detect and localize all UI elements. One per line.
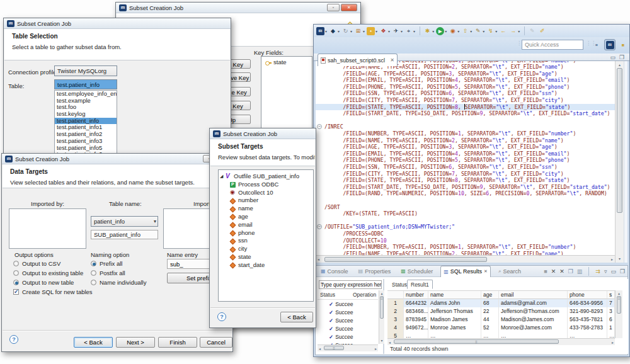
chevron-down-icon[interactable]: ▾ xyxy=(445,29,447,33)
new-project-icon[interactable]: ⊞ ▾ xyxy=(354,27,365,35)
tree-item[interactable]: start_date xyxy=(219,261,313,270)
maximize-panel-icon[interactable]: ❐ xyxy=(620,268,625,275)
chevron-down-icon[interactable]: ▾ xyxy=(363,29,365,33)
brush-icon[interactable]: ✎ ▾ xyxy=(474,27,484,35)
results-vertical-scrollbar[interactable]: ▴ ≡ xyxy=(615,290,622,338)
highlight-icon[interactable]: ✐ xyxy=(538,27,546,35)
column-header[interactable]: age xyxy=(481,291,499,299)
table-row[interactable]: 16644232Adams John68adams@gmail.com646-8… xyxy=(387,299,615,307)
remove-all-launches-icon[interactable]: ✕ xyxy=(559,268,564,275)
editor-window-controls[interactable]: ▭❐ xyxy=(610,54,624,60)
remove-launch-icon[interactable]: ✕ xyxy=(551,268,556,275)
wizard-button[interactable]: < Back xyxy=(74,337,113,348)
chevron-down-icon[interactable]: ▾ xyxy=(495,29,497,33)
chevron-down-icon[interactable]: ▾ xyxy=(325,29,327,33)
column-header[interactable] xyxy=(387,291,404,299)
chevron-down-icon[interactable]: ▾ xyxy=(413,29,415,33)
tree-item[interactable]: city xyxy=(219,245,313,253)
operation-column-header[interactable]: Operation xyxy=(353,292,376,298)
create-sql-checkbox[interactable]: Create SQL for new tables xyxy=(13,288,93,296)
status-row[interactable]: ✓Succee xyxy=(318,300,378,309)
status-horizontal-scrollbar[interactable]: ◂ ≡ ▸ xyxy=(318,344,378,351)
close-view-icon[interactable]: ✕ xyxy=(484,269,488,274)
tree-item[interactable]: number xyxy=(219,196,313,205)
chevron-down-icon[interactable]: ▾ xyxy=(483,29,484,33)
edit-icon[interactable]: ✎ xyxy=(528,27,536,35)
editor-vertical-scrollbar[interactable]: ▴ ▾ xyxy=(615,61,624,263)
table-header[interactable]: numbernameageemailphones xyxy=(387,291,615,299)
radio-option[interactable]: Name individually xyxy=(91,279,146,287)
radio-option[interactable]: Output to new table xyxy=(13,279,74,287)
wizard-button[interactable]: Next > xyxy=(116,337,155,348)
scroll-lock-icon[interactable]: ⇉ xyxy=(595,268,600,275)
table-name-combo[interactable]: patient_info▾ xyxy=(91,216,158,227)
table-selection-titlebar[interactable]: IRI Subset Creation Job xyxy=(4,18,231,29)
minimize-panel-icon[interactable]: ▭ xyxy=(610,268,616,275)
connection-profile-combo[interactable]: Twister MySQLorg xyxy=(54,65,117,76)
forward-icon[interactable]: → ▾ xyxy=(509,27,520,35)
save-output-icon[interactable]: ▥ xyxy=(577,268,583,275)
minimize-button[interactable]: ▫ xyxy=(327,4,340,11)
tree-item[interactable]: Outcollect 10 xyxy=(219,189,313,197)
table-combo[interactable]: test.patient_info xyxy=(54,79,117,89)
query-expression-input[interactable] xyxy=(319,280,382,289)
list-item[interactable]: test.patient_info3 xyxy=(55,138,117,145)
result-tab[interactable]: Result1 xyxy=(407,280,433,289)
chevron-down-icon[interactable]: ▾ xyxy=(350,29,352,33)
new-job-icon[interactable]: ◆ ▾ xyxy=(329,27,340,35)
column-header[interactable]: phone xyxy=(568,291,607,299)
imported-by-listbox[interactable] xyxy=(9,208,86,249)
column-header[interactable]: email xyxy=(499,291,568,299)
panel-tab[interactable]: ⌕ Search xyxy=(496,266,524,277)
column-header[interactable]: number xyxy=(404,291,428,299)
fold-icon[interactable]: − xyxy=(317,124,322,129)
resource-perspective-icon[interactable]: ▣ xyxy=(617,39,629,50)
subset-targets-titlebar[interactable]: IRI Subset Creation Job xyxy=(210,128,316,139)
chevron-down-icon[interactable]: ▾ xyxy=(457,29,459,33)
close-tab-icon[interactable]: ✕ xyxy=(390,57,394,63)
status-row[interactable]: ✓Succee xyxy=(318,317,378,325)
wand-icon[interactable]: ✱ ▾ xyxy=(423,27,434,35)
sort-dialog-titlebar[interactable]: IRI Subset Creation Job ▫ ✕ xyxy=(116,3,360,13)
back-icon[interactable]: ← xyxy=(499,27,507,35)
run-icon[interactable]: ▶ ▾ xyxy=(436,27,447,35)
export-icon[interactable]: ⇧ ▾ xyxy=(461,27,472,35)
tree-item[interactable]: name xyxy=(219,205,313,213)
open-perspective-icon[interactable]: ⊞ xyxy=(591,39,602,50)
status-row[interactable]: ✓Succee xyxy=(318,333,378,341)
tree-item[interactable]: phone xyxy=(219,229,313,237)
status-column-header[interactable]: Status xyxy=(320,292,335,298)
panel-tab[interactable]: ▦ Console xyxy=(318,266,351,277)
pin-console-icon[interactable]: ❐ xyxy=(568,268,573,275)
key-field-item[interactable]: state xyxy=(261,59,312,67)
column-header[interactable]: s xyxy=(607,291,615,299)
dart-icon[interactable]: ✈ ▾ xyxy=(392,27,403,35)
new-table-name-field[interactable]: SUB_patient_info xyxy=(91,230,158,239)
view-menu-icon[interactable]: ▿ xyxy=(604,268,607,275)
chevron-down-icon[interactable]: ▾ xyxy=(338,29,340,33)
tree-item[interactable]: state xyxy=(219,253,313,261)
panel-tab[interactable]: ▤ Properties xyxy=(356,266,394,277)
editor-horizontal-scrollbar[interactable]: ◂ ▸ xyxy=(316,255,615,263)
chevron-down-icon[interactable]: ▾ xyxy=(432,29,434,33)
wizard-button[interactable]: Cancel xyxy=(200,337,232,348)
plug-icon[interactable]: ↯ ▾ xyxy=(486,27,497,35)
tree-item[interactable]: ssn xyxy=(219,237,313,245)
chevron-down-icon[interactable]: ▾ xyxy=(375,29,377,33)
table-row[interactable]: 38783945Madison James44Madison@James.com… xyxy=(387,316,615,324)
panel-tab[interactable]: ▥ SQL Results ✕ xyxy=(440,266,491,277)
radio-option[interactable]: Output to existing table xyxy=(13,270,83,277)
sql-table[interactable]: numbernameageemailphones16644232Adams Jo… xyxy=(387,290,615,338)
tree-item[interactable]: ◢ Outfile SUB_patient_info xyxy=(219,173,313,181)
chevron-down-icon[interactable]: ▾ xyxy=(518,29,520,33)
panel-tab[interactable]: ▩ Scheduler xyxy=(398,266,435,277)
tree-item[interactable]: age xyxy=(219,213,313,221)
radio-option[interactable]: Postfix all xyxy=(91,270,125,277)
terminate-icon[interactable]: ■ xyxy=(544,268,547,275)
table-row[interactable]: 5……………… xyxy=(387,332,615,338)
results-horizontal-scrollbar[interactable]: ◂ ≡ ▸ xyxy=(387,338,615,345)
subset-targets-tree[interactable]: ◢ Outfile SUB_patient_info Process ODBC xyxy=(218,169,314,302)
help-button[interactable]: ? xyxy=(9,335,18,344)
shield-icon[interactable]: ✦ ▾ xyxy=(367,27,377,35)
iri-perspective-button[interactable]: IRI xyxy=(604,39,616,50)
